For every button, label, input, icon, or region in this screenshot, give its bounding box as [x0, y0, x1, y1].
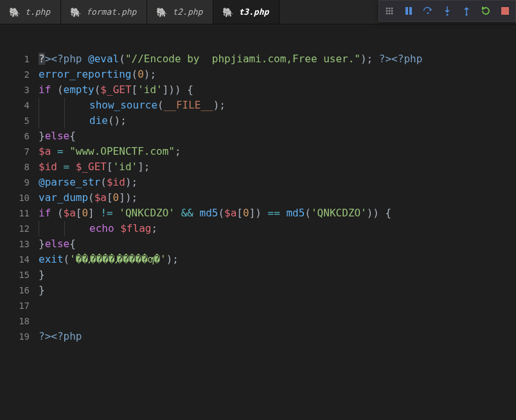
- code-token: (: [305, 207, 311, 219]
- code-token: $id: [107, 176, 125, 188]
- stop-icon[interactable]: [500, 6, 510, 16]
- code-line[interactable]: [39, 298, 516, 313]
- code-token: [280, 207, 287, 219]
- tab-format-php[interactable]: 🐘 format.php: [61, 0, 147, 24]
- line-number: 17: [0, 298, 30, 313]
- code-token: [: [236, 207, 243, 219]
- php-icon: 🐘: [70, 7, 81, 17]
- code-line[interactable]: ?><?php: [39, 329, 516, 344]
- code-token: 0: [138, 68, 144, 80]
- code-line[interactable]: exit('��˼����˼�����ƣ�');: [39, 252, 516, 267]
- code-token: ;: [151, 222, 157, 234]
- code-token: 'id': [138, 83, 163, 96]
- code-token: }: [39, 268, 45, 281]
- line-number: 19: [0, 329, 30, 344]
- code-token: [113, 207, 120, 219]
- code-token: ?><?php: [39, 330, 82, 342]
- code-token: "//Encode by phpjiami.com,Free user.": [125, 53, 360, 65]
- code-token: $_GET: [100, 83, 131, 96]
- code-token: $a: [64, 207, 76, 219]
- editor-area[interactable]: 12345678910111213141516171819 ?><?php @e…: [0, 24, 516, 420]
- tab-t-php[interactable]: 🐘 t.php: [0, 0, 61, 24]
- line-number: 6: [0, 128, 30, 144]
- code-line[interactable]: $id = $_GET['id'];: [39, 159, 516, 175]
- pause-icon[interactable]: [404, 6, 414, 16]
- line-number: 1: [0, 51, 30, 67]
- line-number: 16: [0, 283, 30, 298]
- code-line[interactable]: ?><?php @eval("//Encode by phpjiami.com,…: [39, 51, 516, 67]
- code-token: =: [57, 145, 64, 157]
- line-number: 15: [0, 267, 30, 283]
- code-line[interactable]: $a = "www.OPENCTF.com";: [39, 144, 516, 159]
- code-line[interactable]: }: [39, 267, 516, 283]
- code-token: {: [69, 238, 76, 250]
- svg-rect-10: [409, 7, 412, 15]
- svg-point-3: [386, 10, 388, 12]
- code-token: )): [367, 207, 379, 219]
- code-token: [82, 53, 88, 65]
- code-token: }: [39, 130, 45, 142]
- code-token: (: [132, 68, 138, 80]
- code-token: [379, 207, 386, 219]
- code-line[interactable]: echo $flag;: [39, 221, 516, 236]
- code-token: ]);: [119, 191, 138, 204]
- step-into-icon[interactable]: [442, 6, 452, 16]
- code-line[interactable]: if (empty($_GET['id'])) {: [39, 82, 516, 98]
- tab-t2-php[interactable]: 🐘 t2.php: [147, 0, 213, 24]
- svg-marker-11: [430, 8, 432, 12]
- code-line[interactable]: }else{: [39, 236, 516, 252]
- code-token: 0: [113, 191, 120, 204]
- tab-t3-php[interactable]: 🐘 t3.php: [213, 0, 280, 24]
- code-token: [64, 145, 70, 157]
- code-token: @eval: [88, 53, 119, 65]
- svg-point-4: [389, 10, 391, 12]
- svg-point-0: [386, 8, 388, 10]
- code-line[interactable]: @parse_str($id);: [39, 175, 516, 190]
- code-line[interactable]: [39, 313, 516, 329]
- debug-toolbar: [378, 0, 516, 22]
- svg-point-18: [465, 13, 467, 15]
- restart-icon[interactable]: [481, 6, 491, 16]
- code-line[interactable]: var_dump($a[0]);: [39, 190, 516, 206]
- code-line[interactable]: }else{: [39, 128, 516, 144]
- code-token: if: [39, 207, 51, 219]
- code-token: (: [157, 99, 164, 111]
- code-line[interactable]: show_source(__FILE__);: [39, 98, 516, 113]
- code-token: );: [166, 253, 179, 265]
- code-line[interactable]: if ($a[0] != 'QNKCDZO' && md5($a[0]) == …: [39, 206, 516, 221]
- code-line[interactable]: }: [39, 283, 516, 298]
- code-token: empty: [64, 83, 94, 96]
- drag-handle-icon[interactable]: [384, 6, 395, 16]
- step-over-icon[interactable]: [423, 6, 433, 16]
- step-out-icon[interactable]: [461, 6, 472, 16]
- svg-marker-19: [482, 6, 485, 10]
- line-number: 14: [0, 252, 30, 267]
- code-token: ();: [108, 114, 127, 127]
- svg-point-1: [389, 8, 391, 10]
- code-token: !=: [100, 207, 112, 219]
- code-token: );: [213, 99, 226, 111]
- code-token: echo: [89, 222, 114, 234]
- code-line[interactable]: error_reporting(0);: [39, 67, 516, 82]
- code-token: ;: [175, 145, 181, 157]
- code-token: 0: [243, 207, 249, 219]
- code-token: '��˼����˼�����ƣ�': [69, 253, 166, 265]
- code-token: }: [39, 284, 45, 296]
- code-token: 'QNKCDZO': [311, 207, 367, 219]
- code-token: $a: [94, 191, 107, 204]
- code-token: (: [57, 207, 64, 219]
- svg-point-2: [391, 8, 393, 10]
- code-token: (: [94, 83, 101, 96]
- code-token: $flag: [120, 222, 151, 234]
- line-number: 12: [0, 221, 30, 236]
- line-number: 10: [0, 190, 30, 206]
- line-number: 5: [0, 113, 30, 128]
- code-token: 0: [82, 207, 88, 219]
- code-token: [114, 222, 121, 234]
- php-icon: 🐘: [9, 7, 20, 17]
- code-token: $id: [39, 161, 57, 173]
- code-token: ?: [39, 53, 45, 65]
- code-line[interactable]: die();: [39, 113, 516, 128]
- svg-point-6: [386, 13, 388, 15]
- code-area[interactable]: ?><?php @eval("//Encode by phpjiami.com,…: [39, 51, 516, 420]
